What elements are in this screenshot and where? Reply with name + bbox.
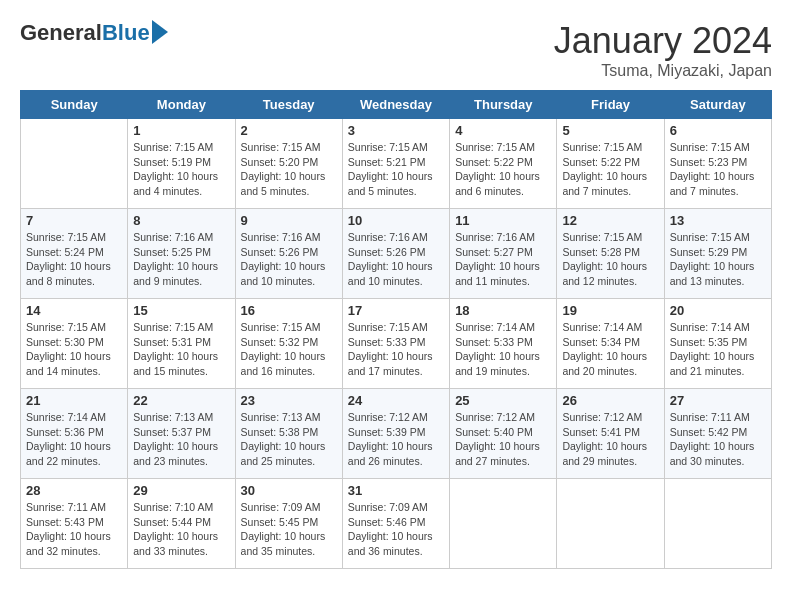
calendar-cell: 8Sunrise: 7:16 AM Sunset: 5:25 PM Daylig… <box>128 209 235 299</box>
cell-info: Sunrise: 7:11 AM Sunset: 5:42 PM Dayligh… <box>670 410 766 469</box>
days-header-row: SundayMondayTuesdayWednesdayThursdayFrid… <box>21 91 772 119</box>
day-number: 6 <box>670 123 766 138</box>
day-number: 28 <box>26 483 122 498</box>
cell-info: Sunrise: 7:14 AM Sunset: 5:33 PM Dayligh… <box>455 320 551 379</box>
logo-blue-text: Blue <box>102 20 150 46</box>
calendar-cell: 14Sunrise: 7:15 AM Sunset: 5:30 PM Dayli… <box>21 299 128 389</box>
calendar-cell: 11Sunrise: 7:16 AM Sunset: 5:27 PM Dayli… <box>450 209 557 299</box>
cell-info: Sunrise: 7:14 AM Sunset: 5:34 PM Dayligh… <box>562 320 658 379</box>
calendar-cell: 12Sunrise: 7:15 AM Sunset: 5:28 PM Dayli… <box>557 209 664 299</box>
day-number: 20 <box>670 303 766 318</box>
cell-info: Sunrise: 7:15 AM Sunset: 5:23 PM Dayligh… <box>670 140 766 199</box>
day-number: 30 <box>241 483 337 498</box>
calendar-subtitle: Tsuma, Miyazaki, Japan <box>554 62 772 80</box>
day-number: 18 <box>455 303 551 318</box>
title-section: January 2024 Tsuma, Miyazaki, Japan <box>554 20 772 80</box>
logo-arrow-icon <box>152 20 168 44</box>
calendar-cell: 5Sunrise: 7:15 AM Sunset: 5:22 PM Daylig… <box>557 119 664 209</box>
calendar-cell: 20Sunrise: 7:14 AM Sunset: 5:35 PM Dayli… <box>664 299 771 389</box>
day-number: 23 <box>241 393 337 408</box>
cell-info: Sunrise: 7:14 AM Sunset: 5:36 PM Dayligh… <box>26 410 122 469</box>
calendar-cell: 23Sunrise: 7:13 AM Sunset: 5:38 PM Dayli… <box>235 389 342 479</box>
cell-info: Sunrise: 7:12 AM Sunset: 5:39 PM Dayligh… <box>348 410 444 469</box>
cell-info: Sunrise: 7:12 AM Sunset: 5:40 PM Dayligh… <box>455 410 551 469</box>
day-number: 9 <box>241 213 337 228</box>
cell-info: Sunrise: 7:15 AM Sunset: 5:21 PM Dayligh… <box>348 140 444 199</box>
day-header-tuesday: Tuesday <box>235 91 342 119</box>
logo: General Blue <box>20 20 168 46</box>
calendar-table: SundayMondayTuesdayWednesdayThursdayFrid… <box>20 90 772 569</box>
day-number: 13 <box>670 213 766 228</box>
calendar-cell: 28Sunrise: 7:11 AM Sunset: 5:43 PM Dayli… <box>21 479 128 569</box>
day-number: 31 <box>348 483 444 498</box>
week-row-3: 14Sunrise: 7:15 AM Sunset: 5:30 PM Dayli… <box>21 299 772 389</box>
day-number: 19 <box>562 303 658 318</box>
calendar-cell: 18Sunrise: 7:14 AM Sunset: 5:33 PM Dayli… <box>450 299 557 389</box>
cell-info: Sunrise: 7:15 AM Sunset: 5:20 PM Dayligh… <box>241 140 337 199</box>
day-number: 22 <box>133 393 229 408</box>
day-number: 8 <box>133 213 229 228</box>
calendar-cell: 30Sunrise: 7:09 AM Sunset: 5:45 PM Dayli… <box>235 479 342 569</box>
cell-info: Sunrise: 7:15 AM Sunset: 5:32 PM Dayligh… <box>241 320 337 379</box>
day-number: 25 <box>455 393 551 408</box>
day-number: 1 <box>133 123 229 138</box>
day-number: 7 <box>26 213 122 228</box>
cell-info: Sunrise: 7:09 AM Sunset: 5:46 PM Dayligh… <box>348 500 444 559</box>
day-number: 2 <box>241 123 337 138</box>
calendar-cell: 24Sunrise: 7:12 AM Sunset: 5:39 PM Dayli… <box>342 389 449 479</box>
calendar-cell: 1Sunrise: 7:15 AM Sunset: 5:19 PM Daylig… <box>128 119 235 209</box>
calendar-cell: 15Sunrise: 7:15 AM Sunset: 5:31 PM Dayli… <box>128 299 235 389</box>
day-number: 16 <box>241 303 337 318</box>
day-header-wednesday: Wednesday <box>342 91 449 119</box>
calendar-cell: 2Sunrise: 7:15 AM Sunset: 5:20 PM Daylig… <box>235 119 342 209</box>
day-header-monday: Monday <box>128 91 235 119</box>
cell-info: Sunrise: 7:15 AM Sunset: 5:30 PM Dayligh… <box>26 320 122 379</box>
day-number: 12 <box>562 213 658 228</box>
calendar-cell: 16Sunrise: 7:15 AM Sunset: 5:32 PM Dayli… <box>235 299 342 389</box>
cell-info: Sunrise: 7:15 AM Sunset: 5:22 PM Dayligh… <box>562 140 658 199</box>
week-row-2: 7Sunrise: 7:15 AM Sunset: 5:24 PM Daylig… <box>21 209 772 299</box>
cell-info: Sunrise: 7:15 AM Sunset: 5:29 PM Dayligh… <box>670 230 766 289</box>
day-number: 21 <box>26 393 122 408</box>
calendar-cell: 6Sunrise: 7:15 AM Sunset: 5:23 PM Daylig… <box>664 119 771 209</box>
cell-info: Sunrise: 7:15 AM Sunset: 5:33 PM Dayligh… <box>348 320 444 379</box>
day-number: 15 <box>133 303 229 318</box>
day-number: 29 <box>133 483 229 498</box>
calendar-title: January 2024 <box>554 20 772 62</box>
calendar-cell <box>557 479 664 569</box>
calendar-cell <box>450 479 557 569</box>
day-number: 24 <box>348 393 444 408</box>
cell-info: Sunrise: 7:16 AM Sunset: 5:27 PM Dayligh… <box>455 230 551 289</box>
logo-general-text: General <box>20 20 102 46</box>
cell-info: Sunrise: 7:13 AM Sunset: 5:38 PM Dayligh… <box>241 410 337 469</box>
cell-info: Sunrise: 7:15 AM Sunset: 5:22 PM Dayligh… <box>455 140 551 199</box>
cell-info: Sunrise: 7:16 AM Sunset: 5:25 PM Dayligh… <box>133 230 229 289</box>
day-number: 14 <box>26 303 122 318</box>
calendar-cell: 25Sunrise: 7:12 AM Sunset: 5:40 PM Dayli… <box>450 389 557 479</box>
calendar-cell: 31Sunrise: 7:09 AM Sunset: 5:46 PM Dayli… <box>342 479 449 569</box>
calendar-cell: 3Sunrise: 7:15 AM Sunset: 5:21 PM Daylig… <box>342 119 449 209</box>
calendar-cell: 13Sunrise: 7:15 AM Sunset: 5:29 PM Dayli… <box>664 209 771 299</box>
day-header-saturday: Saturday <box>664 91 771 119</box>
week-row-5: 28Sunrise: 7:11 AM Sunset: 5:43 PM Dayli… <box>21 479 772 569</box>
cell-info: Sunrise: 7:15 AM Sunset: 5:24 PM Dayligh… <box>26 230 122 289</box>
day-number: 10 <box>348 213 444 228</box>
cell-info: Sunrise: 7:10 AM Sunset: 5:44 PM Dayligh… <box>133 500 229 559</box>
calendar-cell: 17Sunrise: 7:15 AM Sunset: 5:33 PM Dayli… <box>342 299 449 389</box>
day-number: 11 <box>455 213 551 228</box>
day-number: 26 <box>562 393 658 408</box>
cell-info: Sunrise: 7:11 AM Sunset: 5:43 PM Dayligh… <box>26 500 122 559</box>
calendar-cell: 22Sunrise: 7:13 AM Sunset: 5:37 PM Dayli… <box>128 389 235 479</box>
page-header: General Blue January 2024 Tsuma, Miyazak… <box>20 20 772 80</box>
day-number: 27 <box>670 393 766 408</box>
cell-info: Sunrise: 7:13 AM Sunset: 5:37 PM Dayligh… <box>133 410 229 469</box>
day-header-friday: Friday <box>557 91 664 119</box>
calendar-cell: 27Sunrise: 7:11 AM Sunset: 5:42 PM Dayli… <box>664 389 771 479</box>
day-number: 4 <box>455 123 551 138</box>
day-number: 17 <box>348 303 444 318</box>
cell-info: Sunrise: 7:12 AM Sunset: 5:41 PM Dayligh… <box>562 410 658 469</box>
calendar-cell <box>21 119 128 209</box>
week-row-4: 21Sunrise: 7:14 AM Sunset: 5:36 PM Dayli… <box>21 389 772 479</box>
cell-info: Sunrise: 7:15 AM Sunset: 5:31 PM Dayligh… <box>133 320 229 379</box>
calendar-cell <box>664 479 771 569</box>
